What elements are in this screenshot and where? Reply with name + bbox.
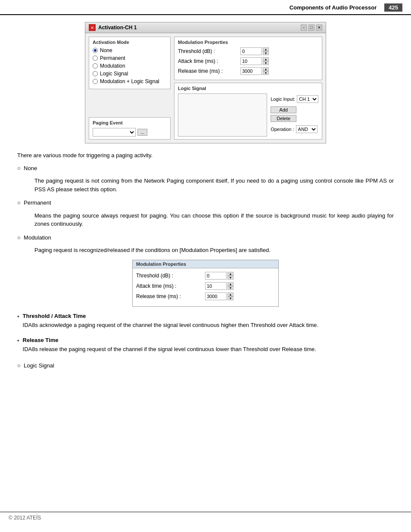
paging-event-title: Paging Event [93,120,167,125]
add-button[interactable]: Add [271,106,296,113]
mini-attack-label: Attack time (ms) : [136,283,205,289]
radio-permanent-label: Permanent [100,55,125,61]
mini-attack-spinner[interactable]: ▲ ▼ [227,282,234,290]
release-down[interactable]: ▼ [263,71,269,75]
threshold-input[interactable] [240,47,262,55]
threshold-down[interactable]: ▼ [263,51,269,55]
dialog-controls: − □ ✕ [301,25,322,31]
dialog-wrapper: Activation-CH 1 − □ ✕ Activation Mode No… [0,22,411,143]
mod-props-title: Modulation Properties [178,40,318,45]
logic-input-dropdown[interactable]: CH 1 [297,95,318,103]
permanent-header: ○ Permanent [17,199,394,207]
sub-bullet-1: ▪ [17,313,19,320]
mini-attack-input[interactable] [205,282,227,290]
mini-attack-down[interactable]: ▼ [227,286,234,290]
dialog-body: Activation Mode None Permanent Modulatio… [85,33,326,143]
release-input[interactable] [240,67,262,75]
mini-threshold-up[interactable]: ▲ [227,272,234,276]
radio-permanent-circle[interactable] [93,56,98,61]
mini-release-input[interactable] [205,292,227,300]
mini-attack-up[interactable]: ▲ [227,282,234,286]
paging-event-dropdown[interactable] [93,128,136,137]
release-time-block: Release Time IDA8s release the paging re… [23,337,316,358]
dialog-title: Activation-CH 1 [98,25,137,31]
logic-signal-title: Logic Signal [178,86,318,91]
activation-dialog: Activation-CH 1 − □ ✕ Activation Mode No… [85,22,326,143]
logic-list-area [178,93,267,137]
footer-text: © 2012 ATEÍS [9,515,41,521]
mini-release-row: Release time (ms) : ▲ ▼ [136,292,275,300]
left-panel: Activation Mode None Permanent Modulatio… [89,37,171,140]
release-up[interactable]: ▲ [263,67,269,71]
logic-input-label: Logic Input: [271,96,295,102]
radio-modulation-circle[interactable] [93,63,98,68]
activation-mode-title: Activation Mode [93,40,167,45]
release-time-item: ▪ Release Time IDA8s release the paging … [17,337,394,358]
release-spinner[interactable]: ▲ ▼ [263,67,269,75]
radio-modulation-logic-circle[interactable] [93,79,98,84]
operation-dropdown[interactable]: AND [296,125,318,133]
mini-threshold-down[interactable]: ▼ [227,276,234,280]
radio-logic-signal-circle[interactable] [93,71,98,76]
release-time-title: Release Time [23,337,59,343]
attack-up[interactable]: ▲ [263,57,269,61]
radio-modulation[interactable]: Modulation [93,63,167,69]
radio-none[interactable]: None [93,47,167,53]
right-panel: Modulation Properties Threshold (dB) : ▲… [174,37,322,140]
radio-modulation-label: Modulation [100,63,125,69]
threshold-spinner[interactable]: ▲ ▼ [263,47,269,55]
intro-text: There are various mode for triggering a … [17,151,394,160]
attack-input[interactable] [240,57,262,65]
attack-row: Attack time (ms) : ▲ ▼ [178,57,318,65]
page-number: 425 [384,3,402,12]
modulation-props-box: Modulation Properties Threshold (dB) : ▲… [174,37,322,80]
dialog-title-left: Activation-CH 1 [89,24,137,31]
mini-threshold-row: Threshold (dB) : ▲ ▼ [136,272,275,280]
page-footer: © 2012 ATEÍS [0,512,411,523]
threshold-up[interactable]: ▲ [263,47,269,51]
none-header: ○ None [17,164,394,173]
delete-button[interactable]: Delete [271,115,296,122]
radio-permanent[interactable]: Permanent [93,55,167,61]
attack-spinner[interactable]: ▲ ▼ [263,57,269,65]
mini-release-label: Release time (ms) : [136,293,205,299]
modulation-header: ○ Modulation [17,233,394,242]
release-row: Release time (ms) : ▲ ▼ [178,67,318,75]
release-label: Release time (ms) : [178,68,240,74]
mini-release-down[interactable]: ▼ [227,296,234,300]
app-icon [89,24,96,31]
mini-threshold-spinner[interactable]: ▲ ▼ [227,272,234,280]
mini-dialog-body: Threshold (dB) : ▲ ▼ Attack time (ms) : … [133,268,278,306]
minimize-button[interactable]: − [301,25,307,31]
threshold-row: Threshold (dB) : ▲ ▼ [178,47,318,55]
mini-attack-row: Attack time (ms) : ▲ ▼ [136,282,275,290]
mini-release-spinner[interactable]: ▲ ▼ [227,292,234,300]
modulation-text: Paging request is recognized/released if… [34,246,394,255]
threshold-attack-block: Threshold / Attack Time IDA8s acknowledg… [23,313,318,334]
page-header: Components of Audio Processor 425 [0,0,411,15]
paging-event-box: Paging Event ... [89,117,171,140]
logic-input-row: Logic Input: CH 1 [271,95,318,103]
maximize-button[interactable]: □ [308,25,314,31]
operation-row: Operation : AND [271,125,318,133]
mini-threshold-label: Threshold (dB) : [136,273,205,279]
paging-event-btn[interactable]: ... [137,129,147,136]
mini-release-up[interactable]: ▲ [227,292,234,296]
mini-threshold-input[interactable] [205,272,227,280]
radio-logic-signal[interactable]: Logic Signal [93,71,167,77]
logic-controls: Logic Input: CH 1 Add Delete Operation : [271,93,318,137]
none-section: ○ None The paging request is not coming … [17,164,394,194]
modulation-section: ○ Modulation Paging request is recognize… [17,233,394,255]
radio-none-circle[interactable] [93,48,98,53]
radio-modulation-logic[interactable]: Modulation + Logic Signal [93,78,167,84]
radio-modulation-logic-label: Modulation + Logic Signal [100,78,159,84]
activation-mode-box: Activation Mode None Permanent Modulatio… [89,37,171,89]
sub-bullets-content: ▪ Threshold / Attack Time IDA8s acknowle… [0,313,411,370]
threshold-attack-item: ▪ Threshold / Attack Time IDA8s acknowle… [17,313,394,334]
attack-down[interactable]: ▼ [263,61,269,65]
mini-dialog-title: Modulation Properties [133,260,278,268]
logic-signal-box: Logic Signal Logic Input: CH 1 Add De [174,83,322,140]
none-text: The paging request is not coming from th… [34,177,394,193]
close-button[interactable]: ✕ [316,25,322,31]
main-content: There are various mode for triggering a … [0,151,411,255]
